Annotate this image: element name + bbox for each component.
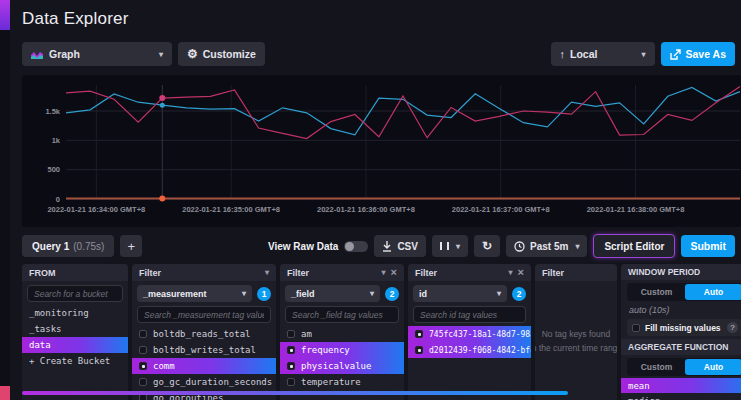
download-icon bbox=[382, 241, 392, 252]
view-type-dropdown[interactable]: Graph ▾ bbox=[22, 42, 172, 66]
help-icon[interactable]: ? bbox=[727, 322, 738, 333]
window-period-panel: WINDOW PERIOD Custom Auto auto (10s) Fil… bbox=[621, 264, 741, 400]
left-nav-strip[interactable] bbox=[0, 0, 10, 400]
measurement-list-item[interactable]: boltdb_writes_total bbox=[132, 342, 276, 358]
timeseries-chart[interactable]: 2022-01-21 16:34:00 GMT+82022-01-21 16:3… bbox=[28, 81, 741, 221]
field-name: frequency bbox=[301, 345, 350, 355]
field-list-item[interactable]: am bbox=[280, 326, 404, 342]
checkbox[interactable] bbox=[139, 346, 147, 354]
filter-header[interactable]: Filter ▾ bbox=[132, 264, 276, 281]
checkbox[interactable] bbox=[415, 330, 423, 338]
filter-header[interactable]: Filter ▾ × bbox=[280, 264, 404, 281]
aggregate-function-header: AGGREGATE FUNCTION bbox=[621, 339, 741, 355]
custom-option[interactable]: Custom bbox=[628, 359, 685, 375]
query-controls-bar: Query 1 (0.75s) + View Raw Data CSV ▾ bbox=[22, 234, 741, 258]
fill-missing-checkbox[interactable] bbox=[632, 324, 640, 332]
empty-line-1: No tag keys found bbox=[542, 328, 611, 342]
fill-missing-values-row[interactable]: Fill missing values ? bbox=[627, 319, 741, 336]
checkbox[interactable] bbox=[139, 362, 147, 370]
field-name: physicalvalue bbox=[301, 361, 371, 371]
checkbox[interactable] bbox=[287, 330, 295, 338]
custom-option[interactable]: Custom bbox=[628, 284, 685, 300]
field-list-item[interactable]: physicalvalue bbox=[280, 358, 404, 374]
checkbox[interactable] bbox=[139, 378, 147, 386]
measurement-list-item[interactable]: go_gc_duration_seconds bbox=[132, 374, 276, 390]
aggregate-function-item[interactable]: mean bbox=[621, 378, 741, 393]
checkbox[interactable] bbox=[287, 346, 295, 354]
pause-dropdown-button[interactable]: ▾ bbox=[432, 235, 468, 257]
id-value: d2012439-f068-4842-bfef-8… bbox=[429, 346, 531, 355]
filter-title: Filter bbox=[139, 268, 260, 278]
tag-key-dropdown[interactable]: _measurement ▾ bbox=[137, 285, 252, 302]
selected-count-badge: 2 bbox=[385, 287, 399, 301]
customize-button[interactable]: ⚙ Customize bbox=[178, 42, 265, 66]
refresh-button[interactable]: ↻ bbox=[474, 235, 500, 257]
view-raw-data-toggle[interactable] bbox=[344, 241, 368, 252]
auto-option[interactable]: Auto bbox=[685, 284, 741, 300]
bucket-search-input[interactable] bbox=[34, 289, 116, 299]
field-list-item[interactable]: temperature bbox=[280, 374, 404, 390]
save-as-button[interactable]: Save As bbox=[661, 42, 735, 66]
svg-text:2022-01-21 16:37:00 GMT+8: 2022-01-21 16:37:00 GMT+8 bbox=[452, 205, 550, 214]
page-title: Data Explorer bbox=[22, 0, 741, 29]
bucket-list-item[interactable]: data bbox=[22, 337, 128, 353]
tag-key-row: _field ▾ 2 bbox=[285, 285, 399, 302]
tag-key-dropdown[interactable]: id ▾ bbox=[413, 285, 507, 302]
measurement-list-item[interactable]: boltdb_reads_total bbox=[132, 326, 276, 342]
close-icon[interactable]: × bbox=[518, 267, 524, 278]
local-label: Local bbox=[570, 48, 597, 60]
submit-button[interactable]: Submit bbox=[681, 235, 735, 257]
refresh-icon: ↻ bbox=[482, 240, 492, 252]
filter-panel-id: Filter ▾ × id ▾ 2 bbox=[408, 264, 531, 400]
checkbox[interactable] bbox=[287, 378, 295, 386]
tag-key-dropdown[interactable]: _field ▾ bbox=[285, 285, 380, 302]
checkbox[interactable] bbox=[415, 346, 423, 354]
horizontal-scrollbar[interactable] bbox=[22, 391, 568, 395]
id-list-item[interactable]: 745fc437-18a1-48d7-98a6-7… bbox=[408, 326, 531, 342]
add-query-button[interactable]: + bbox=[120, 235, 142, 257]
no-tag-keys-message: No tag keys found in the current time ra… bbox=[535, 281, 617, 400]
graph-icon bbox=[31, 49, 44, 59]
time-range-dropdown[interactable]: Past 5m ▾ bbox=[506, 235, 587, 257]
local-dropdown[interactable]: ↑ Local ▾ bbox=[551, 42, 655, 66]
aggregate-function-item[interactable]: median bbox=[621, 393, 741, 400]
id-search[interactable] bbox=[413, 306, 526, 323]
bucket-list-item[interactable]: _tasks bbox=[22, 321, 128, 337]
measurement-name: boltdb_writes_total bbox=[153, 345, 256, 355]
measurement-list-item[interactable]: comm bbox=[132, 358, 276, 374]
script-editor-button[interactable]: Script Editor bbox=[593, 234, 675, 258]
window-period-title: WINDOW PERIOD bbox=[628, 267, 700, 277]
checkbox[interactable] bbox=[287, 362, 295, 370]
field-search[interactable] bbox=[285, 306, 399, 323]
id-list-item[interactable]: d2012439-f068-4842-bfef-8… bbox=[408, 342, 531, 358]
auto-option[interactable]: Auto bbox=[685, 359, 741, 375]
bucket-search[interactable] bbox=[27, 285, 123, 302]
chevron-down-icon: ▾ bbox=[642, 50, 646, 59]
bucket-name: _monitoring bbox=[29, 308, 89, 318]
tag-key-label: id bbox=[419, 289, 427, 299]
filter-header[interactable]: Filter ▾ × bbox=[408, 264, 531, 281]
measurement-search-input[interactable] bbox=[144, 310, 264, 320]
measurement-search[interactable] bbox=[137, 306, 271, 323]
csv-label: CSV bbox=[397, 241, 418, 252]
aggregate-function-list: mean median last bbox=[621, 378, 741, 400]
filter-panel-field: Filter ▾ × _field ▾ 2 bbox=[280, 264, 404, 400]
csv-download-button[interactable]: CSV bbox=[374, 235, 426, 257]
svg-text:500: 500 bbox=[47, 165, 60, 174]
field-search-input[interactable] bbox=[292, 310, 392, 320]
id-search-input[interactable] bbox=[420, 310, 519, 320]
bucket-list-item[interactable]: _monitoring bbox=[22, 305, 128, 321]
from-panel-header: FROM bbox=[22, 264, 128, 281]
tag-key-row: _measurement ▾ 1 bbox=[137, 285, 271, 302]
script-editor-label: Script Editor bbox=[604, 241, 664, 252]
chevron-down-icon: ▾ bbox=[456, 242, 460, 251]
bucket-list: _monitoring _tasks data + Create Bucket bbox=[22, 305, 128, 400]
close-icon[interactable]: × bbox=[391, 267, 397, 278]
svg-text:1.5k: 1.5k bbox=[45, 107, 60, 116]
checkbox[interactable] bbox=[139, 330, 147, 338]
query-tab[interactable]: Query 1 (0.75s) bbox=[22, 235, 114, 257]
field-list-item[interactable]: frequency bbox=[280, 342, 404, 358]
bucket-list-item[interactable]: + Create Bucket bbox=[22, 353, 128, 369]
filter-header[interactable]: Filter bbox=[535, 264, 617, 281]
chevron-down-icon: ▾ bbox=[382, 268, 386, 277]
